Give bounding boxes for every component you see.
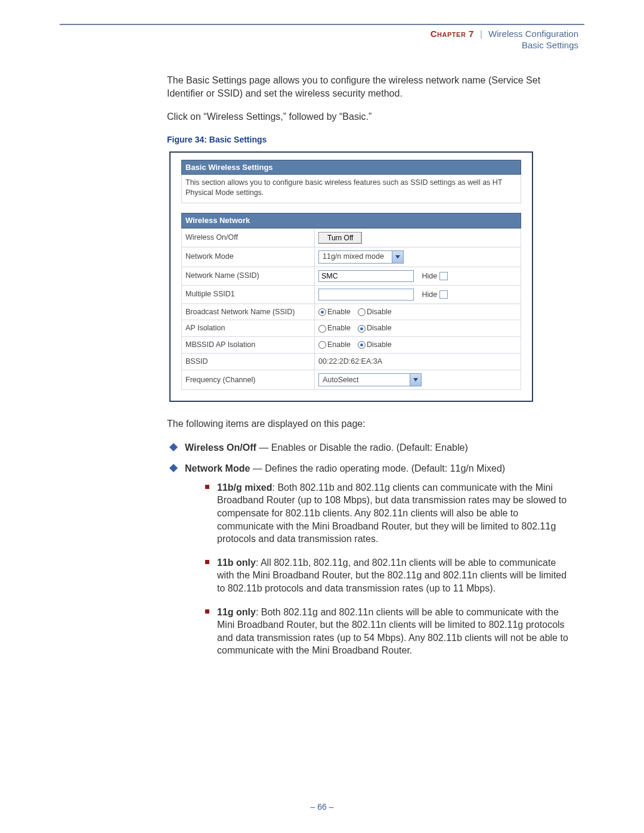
hide-label: Hide <box>422 271 437 281</box>
chevron-down-icon <box>410 374 421 386</box>
disable-label: Disable <box>367 340 392 349</box>
hide-ssid-checkbox[interactable] <box>439 272 448 280</box>
list-item: 11g only: Both 802.11g and 802.11n clien… <box>203 606 572 657</box>
sub-text: : All 802.11b, 802.11g, and 802.11n clie… <box>217 558 566 593</box>
network-mode-select[interactable]: 11g/n mixed mode <box>318 250 404 264</box>
chapter-title: Wireless Configuration <box>488 29 578 39</box>
wireless-settings-table: Wireless On/Off Turn Off Network Mode 11… <box>181 228 521 391</box>
enable-label: Enable <box>327 340 351 349</box>
list-item: Wireless On/Off — Enables or Disable the… <box>167 441 572 454</box>
primary-bullet-list: Wireless On/Off — Enables or Disable the… <box>167 441 572 657</box>
mssid1-input[interactable] <box>318 289 414 301</box>
bssid-value: 00:22:2D:62:EA:3A <box>315 354 521 370</box>
header-rule <box>60 24 584 25</box>
bullet-term: Wireless On/Off <box>185 442 256 453</box>
svg-marker-1 <box>413 378 418 382</box>
list-item: 11b/g mixed: Both 802.11b and 802.11g cl… <box>203 481 572 546</box>
disable-label: Disable <box>367 324 392 332</box>
frequency-select[interactable]: AutoSelect <box>318 373 422 386</box>
bullet-text: — Enables or Disable the radio. (Default… <box>256 442 468 453</box>
header-divider: | <box>476 29 486 39</box>
chevron-down-icon <box>392 251 403 263</box>
mbssid-enable-radio[interactable] <box>318 341 326 349</box>
enable-label: Enable <box>327 324 351 332</box>
sub-bullet-list: 11b/g mixed: Both 802.11b and 802.11g cl… <box>203 481 572 657</box>
page-number: – 66 – <box>0 802 644 812</box>
row-label: Frequency (Channel) <box>182 370 315 390</box>
list-item: 11b only: All 802.11b, 802.11g, and 802.… <box>203 556 572 595</box>
select-value: AutoSelect <box>319 374 410 386</box>
row-label: Wireless On/Off <box>182 228 315 247</box>
header-subtitle: Basic Settings <box>60 40 578 50</box>
hide-mssid1-checkbox[interactable] <box>439 290 448 299</box>
enable-label: Enable <box>327 308 351 316</box>
bullet-term: Network Mode <box>185 463 250 473</box>
items-intro: The following items are displayed on thi… <box>167 417 572 431</box>
row-label: Multiple SSID1 <box>182 285 315 304</box>
apiso-disable-radio[interactable] <box>358 325 366 333</box>
panel-description: This section allows you to configure bas… <box>181 175 521 203</box>
row-label: MBSSID AP Isolation <box>182 337 315 354</box>
disable-label: Disable <box>367 308 392 316</box>
turn-off-button[interactable]: Turn Off <box>318 232 362 244</box>
row-label: Broadcast Network Name (SSID) <box>182 304 315 320</box>
section-title: Wireless Network <box>181 213 521 228</box>
list-item: Network Mode — Defines the radio operati… <box>167 462 572 657</box>
sub-term: 11b only <box>217 558 256 568</box>
sub-term: 11b/g mixed <box>217 482 272 493</box>
broadcast-enable-radio[interactable] <box>318 308 326 316</box>
row-label: AP Isolation <box>182 320 315 337</box>
sub-term: 11g only <box>217 607 256 617</box>
panel-title: Basic Wireless Settings <box>181 160 521 175</box>
svg-marker-0 <box>395 255 400 259</box>
intro-paragraph-2: Click on “Wireless Settings,” followed b… <box>167 110 572 123</box>
mbssid-disable-radio[interactable] <box>358 341 366 349</box>
figure-screenshot: Basic Wireless Settings This section all… <box>169 151 533 402</box>
row-label: Network Mode <box>182 247 315 267</box>
page-header: Chapter 7 | Wireless Configuration Basic… <box>60 29 584 50</box>
ssid-input[interactable] <box>318 270 414 282</box>
intro-paragraph-1: The Basic Settings page allows you to co… <box>167 74 572 100</box>
row-label: BSSID <box>182 354 315 370</box>
broadcast-disable-radio[interactable] <box>358 308 366 316</box>
row-label: Network Name (SSID) <box>182 267 315 285</box>
apiso-enable-radio[interactable] <box>318 325 326 333</box>
bullet-text: — Defines the radio operating mode. (Def… <box>250 463 505 473</box>
sub-text: : Both 802.11g and 802.11n clients will … <box>217 607 568 656</box>
figure-caption: Figure 34: Basic Settings <box>167 134 572 145</box>
chapter-label: Chapter 7 <box>431 29 474 39</box>
select-value: 11g/n mixed mode <box>319 251 392 263</box>
hide-label: Hide <box>422 290 437 300</box>
